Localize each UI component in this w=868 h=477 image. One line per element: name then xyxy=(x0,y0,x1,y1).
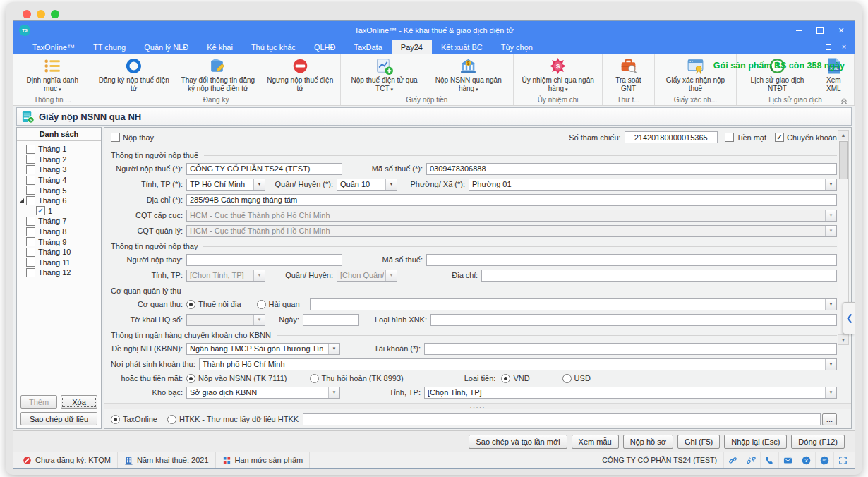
mac-minimize-icon[interactable] xyxy=(37,10,45,18)
tree-item-thang-7[interactable]: Tháng 7 xyxy=(19,216,101,227)
checkbox-icon[interactable] xyxy=(26,155,35,164)
mail-icon[interactable] xyxy=(778,452,797,468)
tree-item-thang-11[interactable]: Tháng 11 xyxy=(19,258,101,268)
checkbox-icon[interactable] xyxy=(26,196,35,205)
currency-radio-vnd[interactable]: VND xyxy=(501,374,529,383)
menu-tuy-chon[interactable]: Tùy chọn xyxy=(492,40,542,54)
totals-count-cell[interactable]: 0 xyxy=(730,429,797,430)
tree-item-thang-9[interactable]: Tháng 9 xyxy=(19,236,101,247)
chat-icon[interactable] xyxy=(815,452,833,468)
dong-f12-button[interactable]: Đóng (F12) xyxy=(791,435,845,449)
expander-icon[interactable] xyxy=(19,197,26,204)
menu-taxdata[interactable]: TaxData xyxy=(344,40,391,54)
nop-thue-dien-tu-qua-tct-button[interactable]: Nộp thuế điện tử qua TCT ▾ xyxy=(343,56,426,94)
copy-data-button[interactable]: Sao chép dữ liệu xyxy=(20,412,97,425)
cash-checkbox[interactable]: Tiền mặt xyxy=(725,133,766,142)
thay-doi-thong-tin-dang-ky-nop-thue-dien-tu-button[interactable]: Thay đổi thông tin đăng ký nộp thuế điện… xyxy=(174,56,263,94)
substitute-name-field[interactable] xyxy=(186,254,342,266)
tax-office-radio-domestic[interactable]: Thuế nội địa xyxy=(186,300,241,309)
browse-button[interactable]: ... xyxy=(822,413,837,425)
customs-decl-select[interactable]: ▼ xyxy=(186,314,265,326)
tree-item-1[interactable]: 1 xyxy=(19,206,101,217)
scroll-up-icon[interactable]: ▲ xyxy=(838,131,848,140)
source-radio-htkk[interactable]: HTKK - Thư mục lấy dữ liệu HTKK xyxy=(167,415,299,424)
tree-item-thang-6[interactable]: Tháng 6 xyxy=(19,195,101,206)
bank-select[interactable]: Ngân hàng TMCP Sài gòn Thương Tín▼ xyxy=(186,343,340,355)
side-panel-flyout-handle[interactable] xyxy=(843,302,855,334)
district-select[interactable]: Quận 10▼ xyxy=(337,179,397,191)
account-field[interactable] xyxy=(424,343,837,355)
collapse-ribbon-icon[interactable] xyxy=(840,95,848,104)
unlink-icon[interactable] xyxy=(742,452,760,468)
tree-item-thang-4[interactable]: Tháng 4 xyxy=(19,175,101,186)
transfer-checkbox[interactable]: Chuyển khoản xyxy=(775,133,837,142)
status-han-muc-san-pham[interactable]: Hạn mức sản phẩm xyxy=(216,452,311,468)
revenue-place-select[interactable]: Thành phố Hồ Chí Minh▼ xyxy=(199,358,837,370)
checkbox-icon[interactable] xyxy=(26,165,35,174)
tax-dept-manage-select[interactable]: HCM - Cục thuế Thành phố Hồ Chí Minh▼ xyxy=(186,225,837,237)
tree-item-thang-8[interactable]: Tháng 8 xyxy=(19,227,101,237)
tree-item-thang-1[interactable]: Tháng 1 xyxy=(19,144,101,155)
province-select[interactable]: TP Hồ Chí Minh▼ xyxy=(186,179,265,191)
checkbox-icon[interactable] xyxy=(26,258,35,267)
status-nam-khai-thue-2021[interactable]: Năm khai thuế: 2021 xyxy=(118,452,216,468)
cash-radio-nsnn[interactable]: Nộp vào NSNN (TK 7111) xyxy=(186,374,287,383)
substitute-address-field[interactable] xyxy=(481,270,837,282)
uy-nhiem-chi-qua-ngan-hang-button[interactable]: $Ủy nhiệm chi qua ngân hàng ▾ xyxy=(516,56,600,94)
tree-item-thang-10[interactable]: Tháng 10 xyxy=(19,247,101,258)
customs-date-field[interactable] xyxy=(303,314,359,326)
link-icon[interactable] xyxy=(723,452,742,468)
add-button[interactable]: Thêm xyxy=(20,395,57,409)
menu-ke-khai[interactable]: Kê khai xyxy=(198,40,242,54)
checkbox-icon[interactable] xyxy=(26,217,35,226)
sao-chep-va-tao-lan-moi-button[interactable]: Sao chép và tạo lần mới xyxy=(469,435,567,449)
ghi-f5-button[interactable]: Ghi (F5) xyxy=(677,435,720,449)
scroll-thumb[interactable] xyxy=(839,141,848,179)
splitter-handle[interactable]: ..... xyxy=(104,403,851,409)
address-field[interactable]: 285/94B Cách mạng tháng tám xyxy=(186,194,837,206)
tree-item-thang-5[interactable]: Tháng 5 xyxy=(19,185,101,195)
checkbox-icon[interactable] xyxy=(26,268,35,277)
mdi-restore-button[interactable] xyxy=(825,44,832,51)
substitute-tax-code-field[interactable] xyxy=(426,254,837,266)
checkbox-icon[interactable] xyxy=(26,176,35,185)
help-icon[interactable]: ? xyxy=(797,452,815,468)
checkbox-icon[interactable] xyxy=(26,186,35,195)
phone-icon[interactable] xyxy=(760,452,778,468)
source-radio-taxonline[interactable]: TaxOnline xyxy=(111,415,157,424)
ward-select[interactable]: Phường 01▼ xyxy=(469,179,837,191)
menu-taxonline[interactable]: TaxOnline™ xyxy=(23,40,84,54)
menu-ket-xuat-bc[interactable]: Kết xuất BC xyxy=(432,40,492,54)
menu-thu-tuc-khac[interactable]: Thủ tục khác xyxy=(242,40,305,54)
mac-close-icon[interactable] xyxy=(23,10,31,18)
mdi-minimize-button[interactable] xyxy=(809,44,816,51)
nhap-lai-esc-button[interactable]: Nhập lại (Esc) xyxy=(724,435,787,449)
mac-zoom-icon[interactable] xyxy=(51,10,59,18)
minimize-button[interactable] xyxy=(794,25,804,35)
resize-icon[interactable] xyxy=(833,452,852,468)
status-chua-dang-ky-ktqm[interactable]: Chưa đăng ký: KTQM xyxy=(16,452,118,468)
menu-qlhd[interactable]: QLHĐ xyxy=(305,40,345,54)
menu-tt-chung[interactable]: TT chung xyxy=(84,40,135,54)
checkbox-icon[interactable] xyxy=(26,145,35,154)
tra-soat-gnt-button[interactable]: Tra soát GNT xyxy=(605,56,651,94)
tree-item-thang-2[interactable]: Tháng 2 xyxy=(19,155,101,165)
tax-dept-city-select[interactable]: HCM - Cục thuế Thành phố Hồ Chí Minh▼ xyxy=(186,210,837,222)
mdi-close-button[interactable]: × xyxy=(840,44,848,51)
ngung-nop-thue-dien-tu-button[interactable]: Ngưng nộp thuế điện tử xyxy=(263,56,338,94)
checkbox-checked-icon[interactable] xyxy=(36,206,45,215)
import-export-type-field[interactable] xyxy=(430,314,837,326)
taxpayer-name-field[interactable]: CÔNG TY CỔ PHẦN TS24 (TEST) xyxy=(186,163,342,175)
tax-code-field[interactable]: 0309478306888 xyxy=(426,163,837,175)
menu-pay24[interactable]: Pay24 xyxy=(392,40,432,54)
reference-number-field[interactable]: 21420180000015365 xyxy=(625,131,718,143)
totals-amount-cell[interactable]: 0.00 xyxy=(660,429,730,430)
delete-button[interactable]: Xóa xyxy=(61,395,97,409)
substitute-district-select[interactable]: [Chọn Quận/H...▼ xyxy=(337,270,397,282)
totals-note-cell[interactable] xyxy=(236,429,582,430)
tree-item-thang-3[interactable]: Tháng 3 xyxy=(19,164,101,175)
nop-nsnn-qua-ngan-hang-button[interactable]: $Nộp NSNN qua ngân hàng ▾ xyxy=(426,56,512,94)
tree-item-thang-12[interactable]: Tháng 12 xyxy=(19,267,101,278)
menu-quan-ly-nld[interactable]: Quản lý NLĐ xyxy=(135,40,198,54)
cash-radio-refund[interactable]: Thu hồi hoàn (TK 8993) xyxy=(310,374,404,383)
